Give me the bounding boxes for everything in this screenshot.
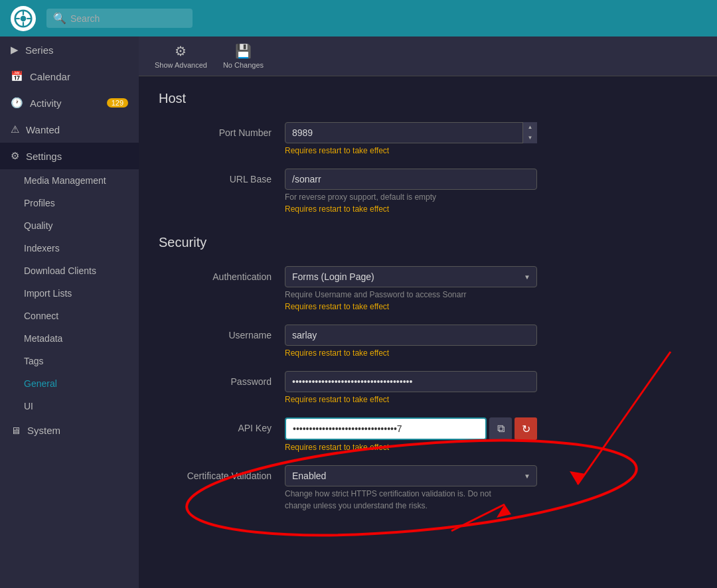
sidebar-item-connect[interactable]: Connect [0,305,139,327]
sidebar-label-system: System [27,425,60,436]
top-navigation: 🔍 [0,0,717,37]
sidebar-item-series[interactable]: ▶ Series [0,37,139,63]
sidebar-label-calendar: Calendar [30,71,70,82]
auth-field: None Basic (Browser Popup) Forms (Login … [285,266,537,311]
save-icon: 💾 [235,43,252,59]
regenerate-api-key-button[interactable]: ↻ [515,417,537,440]
password-label: Password [159,371,272,387]
username-field: Requires restart to take effect [285,325,537,358]
url-base-hint2: Requires restart to take effect [285,204,537,214]
api-key-input-group: ⧉ ↻ [285,417,537,440]
auth-label: Authentication [159,266,272,282]
copy-api-key-button[interactable]: ⧉ [489,417,512,440]
port-spinbox: ▲ ▼ [285,122,537,143]
sidebar-item-activity[interactable]: 🕐 Activity 129 [0,90,139,116]
settings-submenu: Media Management Profiles Quality Indexe… [0,169,139,417]
host-section-title: Host [139,76,717,115]
search-bar[interactable]: 🔍 [46,9,193,28]
port-hint: Requires restart to take effect [285,146,537,155]
url-base-label: URL Base [159,169,272,184]
sidebar: ▶ Series 📅 Calendar 🕐 Activity 129 ⚠ Wan… [0,37,139,588]
activity-badge: 129 [107,98,128,108]
sidebar-item-wanted[interactable]: ⚠ Wanted [0,116,139,143]
password-input[interactable] [285,371,537,392]
url-base-field: For reverse proxy support, default is em… [285,169,537,214]
search-icon: 🔍 [53,12,66,25]
username-label: Username [159,325,272,340]
sidebar-item-ui[interactable]: UI [0,395,139,417]
sidebar-item-indexers[interactable]: Indexers [0,237,139,259]
password-row: Password Requires restart to take effect [139,364,717,411]
sidebar-label-settings: Settings [26,151,62,162]
api-key-hint: Requires restart to take effect [285,443,537,452]
url-base-input[interactable] [285,169,537,190]
port-arrows: ▲ ▼ [522,122,537,143]
svg-point-1 [21,15,27,21]
cert-select[interactable]: Enabled Disabled for Local Addresses Dis… [285,465,537,486]
url-base-row: URL Base For reverse proxy support, defa… [139,162,717,220]
settings-content: Host Port Number ▲ ▼ Requires restart to… [139,76,717,588]
api-key-input[interactable] [285,417,487,440]
auth-row: Authentication None Basic (Browser Popup… [139,259,717,318]
security-section-title: Security [139,220,717,259]
api-key-label: API Key [159,417,272,433]
username-row: Username Requires restart to take effect [139,318,717,364]
warning-icon: ⚠ [11,123,19,135]
api-key-field: ⧉ ↻ Requires restart to take effect [285,417,537,452]
password-field: Requires restart to take effect [285,371,537,404]
cert-label: Certificate Validation [159,465,272,481]
cert-select-wrapper: Enabled Disabled for Local Addresses Dis… [285,465,537,486]
settings-toolbar: ⚙ Show Advanced 💾 No Changes [139,37,717,76]
auth-select[interactable]: None Basic (Browser Popup) Forms (Login … [285,266,537,287]
port-field: ▲ ▼ Requires restart to take effect [285,122,537,155]
system-icon: 🖥 [11,425,21,436]
sidebar-item-system[interactable]: 🖥 System [0,417,139,443]
sidebar-item-settings[interactable]: ⚙ Settings [0,143,139,169]
port-number-row: Port Number ▲ ▼ Requires restart to take… [139,115,717,162]
clock-icon: 🕐 [11,97,23,109]
username-hint: Requires restart to take effect [285,348,537,358]
username-input[interactable] [285,325,537,346]
port-down-button[interactable]: ▼ [523,133,537,143]
calendar-icon: 📅 [11,70,23,82]
cert-row: Certificate Validation Enabled Disabled … [139,459,717,517]
app-logo [11,6,36,31]
url-base-hint1: For reverse proxy support, default is em… [285,192,537,202]
password-hint: Requires restart to take effect [285,395,537,404]
sidebar-label-series: Series [25,44,54,56]
sidebar-item-quality[interactable]: Quality [0,214,139,237]
main-layout: ▶ Series 📅 Calendar 🕐 Activity 129 ⚠ Wan… [0,37,717,588]
sidebar-item-metadata[interactable]: Metadata [0,327,139,350]
search-input[interactable] [70,13,186,24]
advanced-icon: ⚙ [175,43,187,59]
no-changes-button: 💾 No Changes [218,40,269,72]
cert-hint1: Change how strict HTTPS certification va… [285,489,537,498]
auth-hint2: Requires restart to take effect [285,302,537,311]
port-input[interactable] [285,122,537,143]
settings-icon: ⚙ [11,150,19,162]
sidebar-label-activity: Activity [30,98,62,109]
sidebar-item-profiles[interactable]: Profiles [0,192,139,214]
sidebar-item-media-management[interactable]: Media Management [0,169,139,192]
api-key-row: API Key ⧉ ↻ Requires restart to take eff… [139,411,717,459]
cert-hint2: change unless you understand the risks. [285,501,537,510]
show-advanced-button[interactable]: ⚙ Show Advanced [149,40,212,72]
port-up-button[interactable]: ▲ [523,122,537,133]
sidebar-item-import-lists[interactable]: Import Lists [0,282,139,305]
show-advanced-label: Show Advanced [155,61,207,69]
auth-select-wrapper: None Basic (Browser Popup) Forms (Login … [285,266,537,287]
sidebar-item-general[interactable]: General [0,372,139,395]
series-icon: ▶ [11,44,19,56]
sidebar-item-download-clients[interactable]: Download Clients [0,259,139,282]
sidebar-item-calendar[interactable]: 📅 Calendar [0,63,139,90]
sidebar-label-wanted: Wanted [26,124,60,135]
no-changes-label: No Changes [223,61,264,69]
port-label: Port Number [159,122,272,138]
cert-field: Enabled Disabled for Local Addresses Dis… [285,465,537,510]
auth-hint1: Require Username and Password to access … [285,290,537,299]
sidebar-item-tags[interactable]: Tags [0,350,139,372]
